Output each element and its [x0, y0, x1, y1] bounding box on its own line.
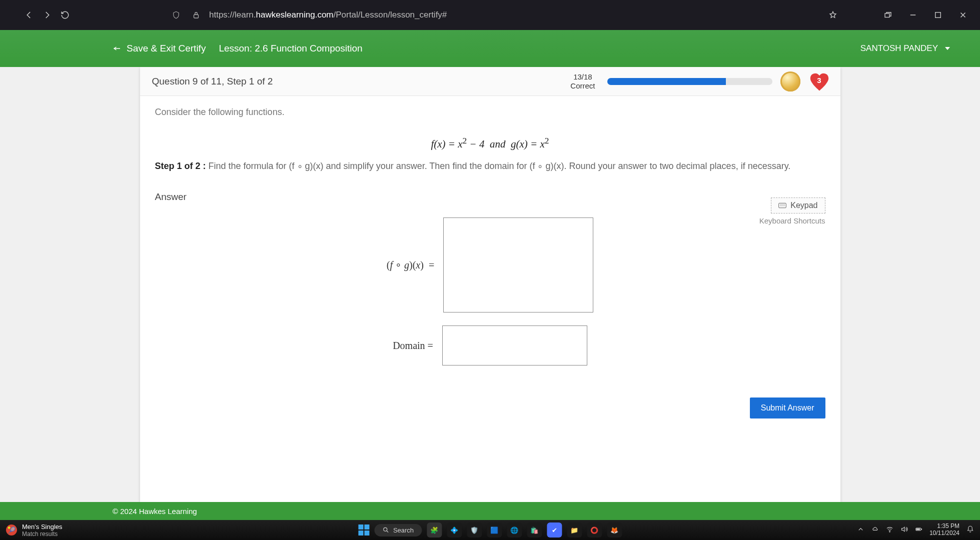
shield-icon[interactable]: [169, 8, 183, 22]
footer-copyright: © 2024 Hawkes Learning: [0, 502, 980, 520]
fog-input[interactable]: [443, 218, 593, 312]
tray-wifi-icon[interactable]: [886, 526, 893, 534]
progress-bar: [607, 78, 772, 85]
url-host: hawkeslearning.com: [256, 10, 334, 20]
tray-notifications-icon[interactable]: [966, 526, 974, 534]
heart-count: 3: [817, 76, 821, 84]
news-title: Men's Singles: [22, 523, 63, 530]
svg-rect-1: [885, 14, 889, 18]
star-icon[interactable]: [826, 8, 840, 22]
tray-battery-icon[interactable]: [915, 526, 922, 534]
svg-point-7: [889, 532, 890, 532]
score-label: Correct: [570, 82, 595, 90]
keypad-button[interactable]: Keypad: [771, 198, 825, 214]
taskbar-app-explorer[interactable]: 📁: [567, 522, 582, 538]
url-prefix: https://learn.: [209, 10, 256, 20]
lesson-title: Lesson: 2.6 Function Composition: [219, 43, 362, 54]
svg-point-6: [383, 528, 387, 531]
heart-counter[interactable]: 3: [808, 72, 830, 92]
taskbar-app-copilot[interactable]: 💠: [447, 522, 462, 538]
tray-time: 1:35 PM: [929, 523, 959, 530]
taskbar-app-edge[interactable]: 🌐: [507, 522, 522, 538]
save-exit-label: Save & Exit Certify: [127, 43, 206, 54]
problem-intro: Consider the following functions.: [155, 107, 825, 118]
back-button[interactable]: [20, 6, 38, 24]
taskbar-app-todo[interactable]: ✔: [547, 522, 562, 538]
fog-label: (f ∘ g)(x) =: [387, 259, 434, 271]
minimize-icon[interactable]: [906, 8, 920, 22]
url-text[interactable]: https://learn.hawkeslearning.com/Portal/…: [209, 10, 447, 20]
step-text: Step 1 of 2 : Find the formula for (f ∘ …: [155, 160, 825, 172]
coin-icon[interactable]: [780, 72, 800, 92]
window-restore-icon[interactable]: [881, 8, 895, 22]
step-instruction: Find the formula for (f ∘ g)(x) and simp…: [209, 161, 791, 171]
maximize-icon[interactable]: [931, 8, 945, 22]
answer-heading: Answer: [155, 192, 825, 202]
close-icon[interactable]: [956, 8, 970, 22]
taskbar-app-firefox[interactable]: 🦊: [607, 522, 622, 538]
svg-rect-5: [779, 203, 786, 208]
submit-answer-button[interactable]: Submit Answer: [750, 398, 825, 418]
start-button[interactable]: [358, 524, 369, 536]
app-header: Save & Exit Certify Lesson: 2.6 Function…: [0, 30, 980, 67]
problem-math: f(x) = x2 − 4 and g(x) = x2: [155, 136, 825, 150]
tray-volume-icon[interactable]: [900, 526, 908, 534]
user-name: SANTOSH PANDEY: [860, 44, 938, 54]
step-label: Step 1 of 2 :: [155, 161, 206, 171]
taskbar-app-1[interactable]: 🧩: [427, 522, 442, 538]
taskbar-search-label: Search: [393, 526, 414, 534]
keypad-label: Keypad: [790, 201, 817, 210]
svg-rect-9: [916, 528, 919, 530]
domain-label: Domain =: [393, 340, 433, 352]
user-menu[interactable]: SANTOSH PANDEY: [860, 44, 950, 54]
taskbar-app-store[interactable]: 🛍️: [527, 522, 542, 538]
domain-input[interactable]: [442, 326, 587, 366]
svg-rect-2: [935, 12, 941, 18]
taskbar-news[interactable]: 🎾 Men's Singles Match results: [6, 523, 63, 538]
taskbar-search[interactable]: Search: [374, 524, 422, 536]
score-fraction: 13/18: [570, 72, 595, 82]
question-title: Question 9 of 11, Step 1 of 2: [152, 76, 273, 87]
forward-button[interactable]: [38, 6, 56, 24]
save-exit-button[interactable]: Save & Exit Certify: [113, 43, 206, 54]
reload-button[interactable]: [56, 6, 74, 24]
keyboard-shortcuts-link[interactable]: Keyboard Shortcuts: [759, 216, 825, 225]
url-path: /Portal/Lesson/lesson_certify#: [334, 10, 447, 20]
news-sub: Match results: [22, 530, 63, 538]
score-text: 13/18 Correct: [570, 72, 595, 90]
chevron-down-icon: [945, 47, 950, 50]
taskbar-app-clip[interactable]: 🟦: [487, 522, 502, 538]
taskbar-app-brave[interactable]: 🛡️: [467, 522, 482, 538]
tray-clock[interactable]: 1:35 PM 10/11/2024: [929, 523, 959, 537]
tray-chevron-up-icon[interactable]: [857, 526, 864, 534]
taskbar-app-chrome[interactable]: ⭕: [587, 522, 602, 538]
taskbar: 🎾 Men's Singles Match results Search 🧩 💠…: [0, 520, 980, 540]
tray-onedrive-icon[interactable]: [871, 526, 879, 534]
news-icon: 🎾: [6, 524, 17, 536]
tray-date: 10/11/2024: [929, 530, 959, 537]
lock-icon[interactable]: [189, 8, 203, 22]
svg-rect-0: [194, 14, 199, 18]
